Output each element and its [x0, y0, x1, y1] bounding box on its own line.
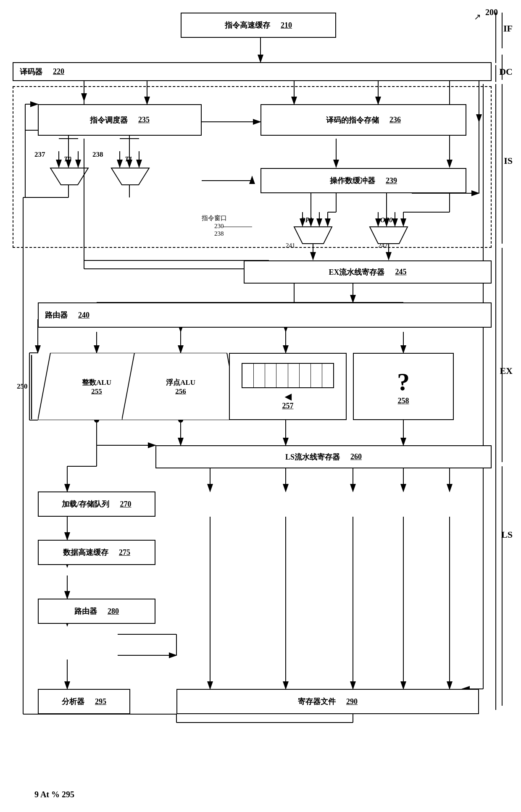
decoder-label: 译码器: [20, 67, 42, 77]
router-280-number: 280: [108, 607, 119, 616]
ex-pipeline-register-box: EX流水线寄存器 245: [244, 260, 492, 284]
integer-alu-label: 整数ALU: [82, 378, 111, 387]
register-file-box: 寄存器文件 290: [176, 689, 479, 714]
router-280-label: 路由器: [74, 606, 97, 616]
ls-pipeline-register-box: LS流水线寄存器 260: [155, 445, 492, 468]
analyzer-number: 295: [95, 697, 106, 706]
analyzer-label: 分析器: [62, 696, 84, 707]
ls-pipeline-register-number: 260: [350, 452, 362, 461]
stage-ls: LS: [501, 529, 513, 540]
op1-label: OP1: [300, 216, 313, 224]
stage-ex: EX: [500, 365, 513, 376]
operand-buffer-label: 操作数缓冲器: [330, 176, 375, 186]
float-alu-number: 256: [166, 387, 195, 396]
stage-dc: DC: [499, 66, 513, 77]
figure-arrow: ↗: [474, 12, 481, 22]
unknown-unit-number: 258: [397, 397, 410, 405]
load-store-queue-number: 270: [120, 500, 132, 509]
operand-buffer-box: 操作数缓冲器 239: [260, 168, 466, 193]
instruction-cache-box: 指令高速缓存 210: [181, 13, 336, 38]
num-250: 250: [17, 382, 28, 391]
data-cache-box: 数据高速缓存 275: [38, 540, 155, 565]
ex-pipeline-register-number: 245: [395, 268, 407, 276]
ls-pipeline-register-label: LS流水线寄存器: [285, 452, 340, 462]
float-alu-label: 浮点ALU: [166, 378, 195, 387]
register-file-number: 290: [346, 697, 358, 706]
num-237: 237: [34, 150, 45, 159]
instruction-scheduler-label: 指令调度器: [90, 115, 128, 125]
diagram-container: IF DC IS EX LS 200 ↗ 指令高速缓存 210 译码器 220 …: [0, 0, 521, 812]
load-store-queue-label: 加载/存储队列: [62, 499, 109, 509]
op0-label: OP0: [380, 216, 392, 224]
stage-if: IF: [503, 23, 513, 34]
float-alu-box: 浮点ALU 256: [122, 353, 239, 420]
instruction-cache-number: 210: [281, 21, 292, 30]
data-cache-label: 数据高速缓存: [63, 547, 108, 557]
unknown-unit-box: ? 258: [353, 353, 454, 420]
ex-pipeline-register-label: EX流水线寄存器: [329, 267, 384, 277]
num-242: 242: [378, 242, 388, 249]
shift-reg-box: ◀ 257: [229, 353, 347, 420]
register-file-label: 寄存器文件: [298, 696, 336, 707]
figure-number: 200: [485, 8, 498, 17]
t1-label: T1: [125, 155, 132, 163]
decoded-instruction-store-label: 译码的指令存储: [326, 115, 379, 125]
num-238-top: 238: [92, 150, 103, 159]
decoded-instruction-store-number: 236: [389, 116, 401, 124]
instruction-cache-label: 指令高速缓存: [225, 20, 270, 30]
t0-label: T0: [64, 155, 71, 163]
instruction-scheduler-number: 235: [138, 116, 150, 124]
num-238-mid: 238: [214, 230, 224, 237]
decoder-number: 220: [53, 67, 64, 76]
stage-is: IS: [504, 155, 513, 166]
router-240-label: 路由器: [45, 310, 68, 320]
load-store-queue-box: 加载/存储队列 270: [38, 491, 155, 517]
shift-reg-number: 257: [282, 402, 294, 410]
window-label: 指令窗口: [202, 214, 227, 222]
decoder-box: 译码器 220: [13, 62, 492, 81]
instruction-scheduler-box: 指令调度器 235: [38, 104, 202, 136]
router-240-box: 路由器 240: [38, 302, 492, 328]
data-cache-number: 275: [119, 548, 130, 557]
integer-alu-number: 255: [82, 387, 111, 396]
decoded-instruction-store-box: 译码的指令存储 236: [260, 104, 466, 136]
num-241: 241: [286, 242, 295, 249]
router-240-number: 240: [78, 311, 89, 320]
unknown-unit-label: ?: [397, 368, 410, 397]
bottom-annotation: 9 At % 295: [34, 790, 74, 799]
operand-buffer-number: 239: [386, 176, 397, 185]
analyzer-box: 分析器 295: [38, 689, 130, 714]
num-230: 230: [214, 223, 224, 230]
router-280-box: 路由器 280: [38, 599, 155, 624]
